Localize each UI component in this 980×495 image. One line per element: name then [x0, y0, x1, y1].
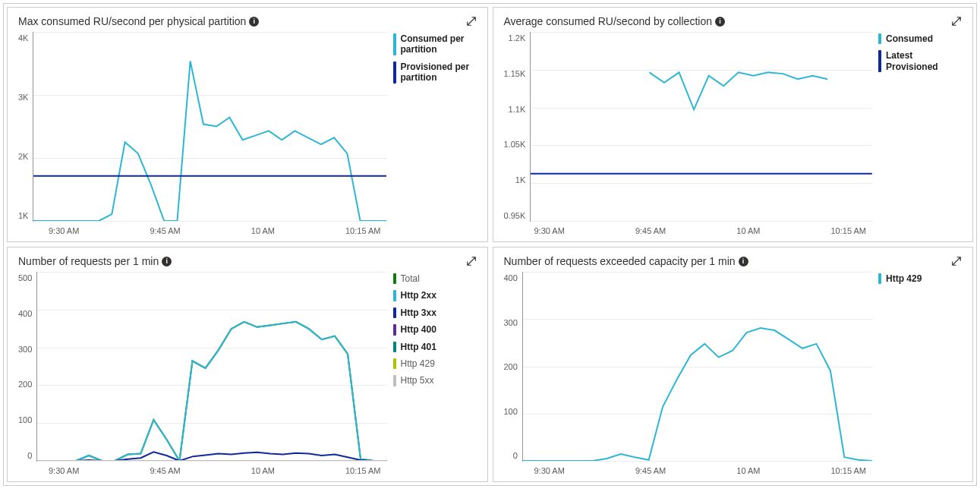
info-icon[interactable]: i: [739, 257, 748, 266]
grid-line: [523, 461, 872, 462]
y-tick-label: 3K: [18, 93, 28, 102]
x-tick-label: 10 AM: [736, 226, 760, 235]
legend-item[interactable]: Consumed: [878, 33, 962, 44]
legend-color-bar: [393, 33, 396, 55]
plot-surface[interactable]: [522, 272, 872, 462]
legend-item[interactable]: Http 429: [878, 273, 962, 284]
card-title-text: Max consumed RU/second per physical part…: [18, 15, 246, 27]
chart-svg: [531, 32, 872, 221]
legend-label: Latest Provisioned: [886, 50, 962, 72]
dashboard-grid: Max consumed RU/second per physical part…: [3, 3, 977, 486]
plot-wrap: 5004003002001000: [18, 272, 387, 462]
card-title: Number of requests per 1 min i: [18, 255, 172, 267]
legend-item[interactable]: Latest Provisioned: [878, 50, 962, 72]
x-axis: 9:30 AM9:45 AM10 AM10:15 AM: [504, 462, 873, 475]
legend: Http 429: [878, 272, 962, 475]
legend-label: Http 5xx: [401, 375, 434, 386]
legend-color-bar: [393, 307, 396, 318]
legend-item[interactable]: Http 5xx: [393, 375, 477, 386]
y-tick-label: 300: [504, 318, 518, 327]
card-title-text: Number of requests per 1 min: [18, 255, 159, 267]
chart-card-requests: Number of requests per 1 min i 500400300…: [7, 247, 488, 482]
y-tick-label: 1K: [18, 211, 28, 220]
card-body: 1.2K1.15K1.1K1.05K1K0.95K 9:30 AM9:45 AM…: [504, 32, 963, 235]
x-tick-label: 9:30 AM: [534, 466, 565, 475]
chart-svg: [523, 272, 872, 461]
card-header: Number of requests per 1 min i: [18, 255, 477, 267]
legend-color-bar: [393, 273, 396, 284]
legend-item[interactable]: Provisioned per partition: [393, 61, 477, 84]
y-axis: 4K3K2K1K: [18, 32, 33, 222]
card-body: 4003002001000 9:30 AM9:45 AM10 AM10:15 A…: [504, 272, 963, 475]
info-icon[interactable]: i: [249, 17, 259, 27]
x-tick-label: 9:45 AM: [150, 226, 180, 235]
legend-item[interactable]: Http 400: [393, 324, 477, 335]
x-tick-label: 10:15 AM: [345, 226, 380, 235]
legend-label: Http 400: [401, 324, 436, 335]
y-tick-label: 100: [18, 415, 32, 424]
y-tick-label: 200: [18, 380, 32, 389]
x-tick-label: 9:45 AM: [150, 466, 180, 475]
legend-label: Http 401: [401, 342, 436, 352]
legend-label: Provisioned per partition: [401, 61, 477, 84]
legend-item[interactable]: Total: [393, 273, 477, 284]
legend-color-bar: [393, 342, 396, 352]
x-tick-label: 9:30 AM: [49, 466, 79, 475]
plot-wrap: 4003002001000: [504, 272, 873, 462]
x-tick-label: 9:45 AM: [635, 466, 666, 475]
legend-item[interactable]: Http 401: [393, 342, 477, 352]
plot-surface[interactable]: [33, 32, 386, 222]
grid-line: [33, 221, 386, 222]
x-tick-label: 10 AM: [251, 226, 275, 235]
legend-item[interactable]: Http 2xx: [393, 290, 477, 301]
info-icon[interactable]: i: [162, 257, 172, 266]
card-title-text: Average consumed RU/second by collection: [504, 15, 712, 27]
chart-area: 1.2K1.15K1.1K1.05K1K0.95K 9:30 AM9:45 AM…: [504, 32, 873, 235]
card-title: Max consumed RU/second per physical part…: [18, 15, 259, 27]
legend-label: Consumed per partition: [401, 33, 477, 55]
y-axis: 4003002001000: [504, 272, 522, 462]
legend-color-bar: [878, 33, 881, 44]
y-tick-label: 400: [504, 273, 518, 282]
legend-label: Http 3xx: [401, 307, 436, 318]
chart-area: 4K3K2K1K 9:30 AM9:45 AM10 AM10:15 AM: [18, 32, 387, 235]
legend-label: Consumed: [886, 33, 933, 44]
y-tick-label: 2K: [18, 152, 28, 161]
expand-icon[interactable]: [951, 256, 962, 266]
plot-wrap: 1.2K1.15K1.1K1.05K1K0.95K: [504, 32, 873, 222]
legend: ConsumedLatest Provisioned: [878, 32, 962, 235]
y-tick-label: 1.1K: [509, 105, 526, 114]
plot-surface[interactable]: [36, 272, 386, 462]
card-title: Number of requests exceeded capacity per…: [504, 255, 748, 267]
legend-item[interactable]: Http 3xx: [393, 307, 477, 318]
expand-icon[interactable]: [951, 16, 962, 27]
card-header: Average consumed RU/second by collection…: [504, 15, 963, 27]
plot-wrap: 4K3K2K1K: [18, 32, 387, 222]
x-tick-label: 10:15 AM: [345, 466, 380, 475]
series-line: [37, 322, 386, 461]
legend-label: Http 429: [886, 273, 922, 284]
info-icon[interactable]: i: [715, 17, 725, 27]
legend-item[interactable]: Consumed per partition: [393, 33, 477, 55]
y-tick-label: 300: [18, 345, 32, 354]
legend-item[interactable]: Http 429: [393, 358, 477, 369]
x-tick-label: 9:30 AM: [534, 226, 565, 235]
y-tick-label: 4K: [18, 33, 28, 43]
plot-surface[interactable]: [530, 32, 872, 222]
y-tick-label: 200: [504, 362, 518, 371]
expand-icon[interactable]: [466, 256, 477, 266]
chart-svg: [37, 272, 386, 461]
y-tick-label: 1.2K: [509, 33, 526, 43]
expand-icon[interactable]: [466, 16, 477, 27]
legend-color-bar: [393, 358, 396, 369]
y-tick-label: 1.15K: [504, 69, 526, 78]
y-tick-label: 1.05K: [504, 140, 526, 149]
y-tick-label: 400: [18, 309, 32, 318]
card-body: 4K3K2K1K 9:30 AM9:45 AM10 AM10:15 AM Con…: [18, 32, 477, 235]
legend-label: Http 429: [401, 358, 435, 369]
x-tick-label: 9:30 AM: [49, 226, 79, 235]
grid-line: [531, 221, 872, 222]
x-tick-label: 10:15 AM: [831, 226, 866, 235]
y-tick-label: 100: [504, 407, 518, 416]
chart-area: 5004003002001000 9:30 AM9:45 AM10 AM10:1…: [18, 272, 387, 475]
